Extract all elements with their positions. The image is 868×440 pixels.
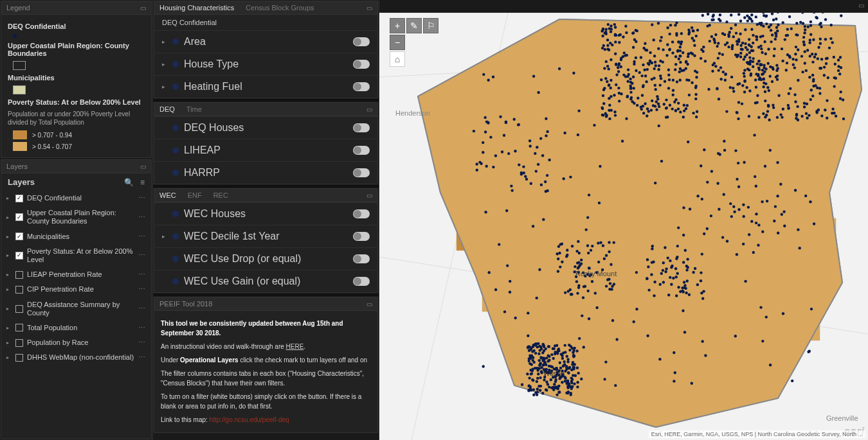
filter-item: ▸Area <box>154 30 377 53</box>
layer-menu-icon[interactable]: ⋯ <box>138 213 146 222</box>
layer-menu-icon[interactable]: ⋯ <box>138 339 146 347</box>
measure-button[interactable]: ✎ <box>406 18 422 33</box>
legend-panel: Legend ▭ DEQ Confidential Upper Coastal … <box>1 1 152 158</box>
tab-housing-characteristics[interactable]: Housing Characteristics <box>159 4 234 12</box>
filter-toggle[interactable] <box>353 37 370 46</box>
chevron-right-icon[interactable]: ▸ <box>162 233 167 240</box>
tab-enf[interactable]: ENF <box>188 191 202 199</box>
layer-checkbox[interactable] <box>15 324 23 331</box>
chevron-right-icon[interactable]: ▸ <box>6 195 12 201</box>
svg-point-172 <box>638 71 641 74</box>
chevron-right-icon[interactable]: ▸ <box>6 272 12 277</box>
filter-toggle[interactable] <box>353 209 370 218</box>
instructional-link[interactable]: HERE <box>286 343 304 350</box>
panel-collapse-icon[interactable]: ▭ <box>366 192 372 199</box>
svg-point-1194 <box>577 109 580 112</box>
layer-row[interactable]: ▸Municipalities⋯ <box>1 229 151 244</box>
chevron-right-icon[interactable]: ▸ <box>162 84 167 90</box>
svg-point-1240 <box>737 186 740 188</box>
map-link[interactable]: http://go.ncsu.edu/peeif-deq <box>210 416 289 423</box>
layer-checkbox[interactable] <box>15 339 23 347</box>
chevron-right-icon[interactable]: ▸ <box>6 306 12 312</box>
layer-checkbox[interactable] <box>15 252 23 260</box>
filter-toggle[interactable] <box>353 168 370 177</box>
layers-collapse-icon[interactable]: ▭ <box>140 163 146 170</box>
chevron-right-icon[interactable]: ▸ <box>6 286 12 292</box>
svg-point-1135 <box>747 206 750 208</box>
layer-menu-icon[interactable]: ⋯ <box>138 194 146 202</box>
filter-toggle[interactable] <box>353 82 370 91</box>
layer-menu-icon[interactable]: ⋯ <box>138 285 146 294</box>
layer-row[interactable]: ▸DEQ Assistance Summary by County⋯ <box>1 297 151 321</box>
layer-checkbox[interactable] <box>15 305 23 313</box>
layer-row[interactable]: ▸Population by Race⋯ <box>1 335 151 350</box>
chevron-right-icon[interactable]: ▸ <box>6 215 12 220</box>
layer-checkbox[interactable] <box>15 271 23 279</box>
svg-point-633 <box>770 40 772 43</box>
layer-row[interactable]: ▸CIP Penetration Rate⋯ <box>1 282 151 297</box>
chevron-right-icon[interactable]: ▸ <box>162 61 167 67</box>
layers-title: Layers <box>8 177 35 187</box>
svg-point-1274 <box>703 148 705 151</box>
svg-point-1189 <box>541 351 544 354</box>
tab-rec[interactable]: REC <box>213 191 228 199</box>
layer-menu-icon[interactable]: ⋯ <box>138 233 146 241</box>
tab-wec[interactable]: WEC <box>159 191 176 199</box>
svg-point-67 <box>601 35 604 37</box>
search-icon[interactable]: 🔍 <box>124 178 134 187</box>
chevron-right-icon[interactable]: ▸ <box>6 325 12 331</box>
chevron-right-icon[interactable]: ▸ <box>6 234 12 240</box>
layer-checkbox[interactable] <box>15 354 23 362</box>
zoom-in-button[interactable]: + <box>390 18 405 33</box>
chevron-right-icon[interactable]: ▸ <box>6 355 12 360</box>
map-collapse-icon[interactable]: ▭ <box>858 2 864 9</box>
svg-point-803 <box>653 281 656 283</box>
svg-point-214 <box>651 78 653 80</box>
layer-menu-icon[interactable]: ⋯ <box>138 304 146 313</box>
panel-collapse-icon[interactable]: ▭ <box>366 4 372 12</box>
svg-point-915 <box>539 376 541 379</box>
panel-collapse-icon[interactable]: ▭ <box>366 106 372 113</box>
zoom-out-button[interactable]: − <box>390 35 405 50</box>
layer-row[interactable]: ▸DEQ Confidential⋯ <box>1 191 151 206</box>
layer-row[interactable]: ▸Total Population⋯ <box>1 321 151 335</box>
svg-point-1179 <box>581 314 583 317</box>
svg-point-1270 <box>753 134 755 136</box>
svg-point-1008 <box>572 349 575 352</box>
svg-point-391 <box>768 89 770 92</box>
map-view[interactable]: ▭ <box>379 0 868 440</box>
map-svg[interactable]: Henderson Rocky Mount Wilson Greenville <box>379 0 868 440</box>
filter-toggle[interactable] <box>353 123 370 132</box>
panel-collapse-icon[interactable]: ▭ <box>366 301 372 308</box>
chevron-right-icon[interactable]: ▸ <box>162 39 167 45</box>
bookmark-button[interactable]: ⚐ <box>423 18 439 33</box>
chevron-right-icon[interactable]: ▸ <box>6 340 12 346</box>
legend-collapse-icon[interactable]: ▭ <box>140 4 146 12</box>
layer-row[interactable]: ▸Upper Coastal Plain Region: County Boun… <box>1 206 151 229</box>
filter-toggle[interactable] <box>353 60 370 69</box>
home-button[interactable]: ⌂ <box>390 51 405 67</box>
layer-checkbox[interactable] <box>15 213 23 221</box>
layer-checkbox[interactable] <box>15 195 23 202</box>
layer-row[interactable]: ▸DHHS WebMap (non-confidential)⋯ <box>1 350 151 365</box>
layer-row[interactable]: ▸LIEAP Penetration Rate⋯ <box>1 267 151 282</box>
layer-checkbox[interactable] <box>15 233 23 240</box>
tab-deq[interactable]: DEQ <box>159 105 175 113</box>
svg-point-1262 <box>744 280 746 283</box>
layer-menu-icon[interactable]: ⋯ <box>138 353 146 362</box>
svg-point-821 <box>667 256 669 259</box>
filter-icon[interactable]: ≡ <box>140 178 145 187</box>
layer-row[interactable]: ▸Poverty Status: At or Below 200% Level⋯ <box>1 244 151 267</box>
layer-menu-icon[interactable]: ⋯ <box>138 324 146 332</box>
chevron-right-icon[interactable]: ▸ <box>6 252 12 258</box>
filter-toggle[interactable] <box>353 146 370 155</box>
filter-toggle[interactable] <box>353 232 370 241</box>
tab-census-block-groups[interactable]: Census Block Groups <box>246 4 314 12</box>
layer-menu-icon[interactable]: ⋯ <box>138 270 146 279</box>
layer-checkbox[interactable] <box>15 286 23 294</box>
filter-toggle[interactable] <box>353 277 370 286</box>
filter-toggle[interactable] <box>353 254 370 263</box>
tab-time[interactable]: Time <box>186 105 202 113</box>
svg-point-626 <box>755 15 757 18</box>
layer-menu-icon[interactable]: ⋯ <box>138 251 146 260</box>
